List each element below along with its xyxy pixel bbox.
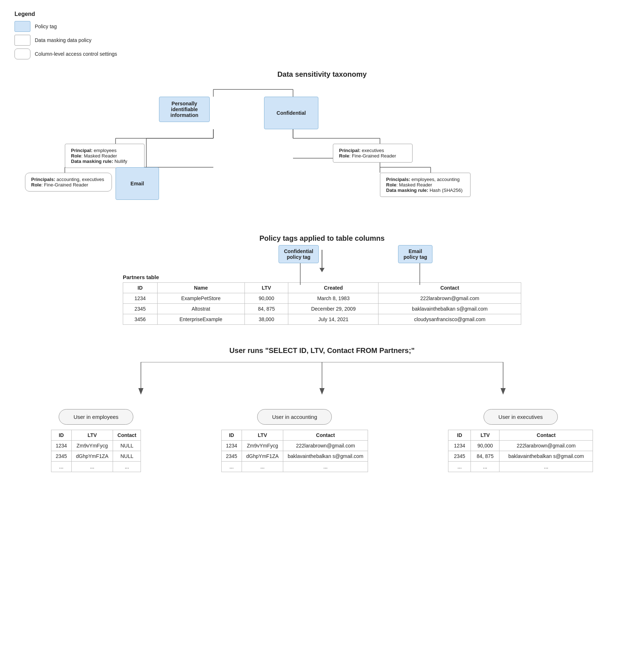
partners-table-header-row: ID Name LTV Created Contact <box>123 283 521 293</box>
user-cell-2-0-0: 1234 <box>448 441 471 451</box>
partners-cell-1-1: Altostrat <box>157 304 244 314</box>
hash-rule-value: Hash (SHA256) <box>430 188 463 193</box>
arrow-line-1 <box>322 250 322 268</box>
user-row-2-0: 123490,000222larabrown@gmail.com <box>448 441 593 451</box>
taxonomy-diagram: Principal: employees Role: Masked Reader… <box>18 86 626 223</box>
partners-cell-1-0: 2345 <box>123 304 158 314</box>
execs-role-value: Fine-Grained Reader <box>352 153 396 159</box>
user-cell-1-2-0: ... <box>221 462 242 472</box>
user-cell-1-0-2: 222larabrown@gmail.com <box>283 441 368 451</box>
query-title: User runs "SELECT ID, LTV, Contact FROM … <box>14 346 630 355</box>
exec-col-contact: Contact <box>499 430 593 441</box>
partners-cell-2-1: EnterpriseExample <box>157 314 244 325</box>
acc-col-ltv: LTV <box>242 430 283 441</box>
user-cell-2-2-1: ... <box>471 462 499 472</box>
legend-box-data-masking <box>14 35 30 46</box>
legend-title: Legend <box>14 11 630 17</box>
user-cell-2-2-2: ... <box>499 462 593 472</box>
user-cell-1-2-2: ... <box>283 462 368 472</box>
confidential-box-label: Confidential <box>277 110 306 116</box>
partners-table-label: Partners table <box>123 274 521 280</box>
hash-role-label: Role <box>386 182 396 188</box>
user-sections: User in employees ID LTV Contact 1234Zm9… <box>14 409 630 472</box>
user-row-1-1: 2345dGhpYmF1ZAbaklavainthebalkan s@gmail… <box>221 451 368 462</box>
exec-col-ltv: LTV <box>471 430 499 441</box>
employees-role-value: Masked Reader <box>84 153 117 159</box>
partners-table: ID Name LTV Created Contact 1234ExampleP… <box>123 282 521 325</box>
partners-cell-2-0: 3456 <box>123 314 158 325</box>
user-row-2-2: ......... <box>448 462 593 472</box>
employees-role-label: Role <box>71 153 81 159</box>
user-accounting-oval: User in accounting <box>257 409 332 425</box>
email-box-label: Email <box>130 181 144 186</box>
user-cell-2-1-1: 84, 875 <box>471 451 499 462</box>
execs-principal-label: Principal: <box>339 148 362 153</box>
user-employees-header-row: ID LTV Contact <box>51 430 141 441</box>
partners-cell-0-3: March 8, 1983 <box>288 293 379 304</box>
user-cell-1-0-1: Zm9vYmFycg <box>242 441 283 451</box>
legend-item-data-masking: Data masking data policy <box>14 35 630 46</box>
acc-col-contact: Contact <box>283 430 368 441</box>
partners-cell-0-2: 90,000 <box>244 293 288 304</box>
user-cell-0-1-2: NULL <box>113 451 141 462</box>
legend-label-data-masking: Data masking data policy <box>35 37 91 43</box>
user-executives-header-row: ID LTV Contact <box>448 430 593 441</box>
pii-label2: identifiable <box>165 106 204 112</box>
user-cell-0-1-1: dGhpYmF1ZA <box>71 451 113 462</box>
legend-label-col-access: Column-level access control settings <box>35 51 117 57</box>
user-cell-1-1-1: dGhpYmF1ZA <box>242 451 283 462</box>
user-cell-1-0-0: 1234 <box>221 441 242 451</box>
col-header-id: ID <box>123 283 158 293</box>
user-cell-0-2-0: ... <box>51 462 71 472</box>
partners-cell-1-4: baklavainthebalkan s@gmail.com <box>379 304 521 314</box>
user-employees-column: User in employees ID LTV Contact 1234Zm9… <box>51 409 141 472</box>
acct-role-label: Role <box>31 182 41 188</box>
legend-item-policy-tag: Policy tag <box>14 21 630 32</box>
user-executives-table: ID LTV Contact 123490,000222larabrown@gm… <box>448 430 593 472</box>
legend-section: Legend Policy tag Data masking data poli… <box>14 11 630 59</box>
employees-rule-value: Nullify <box>114 159 127 164</box>
user-accounting-column: User in accounting ID LTV Contact 1234Zm… <box>221 409 368 472</box>
hash-principals-value: employees, accounting <box>411 177 460 182</box>
exec-col-id: ID <box>448 430 471 441</box>
user-row-1-2: ......... <box>221 462 368 472</box>
user-cell-1-1-2: baklavainthebalkan s@gmail.com <box>283 451 368 462</box>
user-cell-0-2-2: ... <box>113 462 141 472</box>
legend-box-col-access <box>14 49 30 59</box>
user-cell-0-0-1: Zm9vYmFycg <box>71 441 113 451</box>
employees-policy-box: Principal: employees Role: Masked Reader… <box>65 144 145 168</box>
emp-col-id: ID <box>51 430 71 441</box>
user-employees-table: ID LTV Contact 1234Zm9vYmFycgNULL2345dGh… <box>51 430 141 472</box>
legend-items: Policy tag Data masking data policy Colu… <box>14 21 630 59</box>
hash-role-value: Masked Reader <box>399 182 432 188</box>
execs-principal-value: executives <box>362 148 384 153</box>
partners-cell-1-3: December 29, 2009 <box>288 304 379 314</box>
legend-box-policy-tag <box>14 21 30 32</box>
policy-applied-title: Policy tags applied to table columns <box>14 234 630 243</box>
employees-principal-label: Principal: <box>71 148 94 153</box>
user-row-0-0: 1234Zm9vYmFycgNULL <box>51 441 141 451</box>
user-cell-0-0-2: NULL <box>113 441 141 451</box>
col-header-created: Created <box>288 283 379 293</box>
partners-cell-2-2: 38,000 <box>244 314 288 325</box>
partners-row-1: 2345Altostrat84, 875December 29, 2009bak… <box>123 304 521 314</box>
partners-row-0: 1234ExamplePetStore90,000March 8, 198322… <box>123 293 521 304</box>
hash-principals-label: Principals: <box>386 177 411 182</box>
arrow-head-1 <box>319 268 325 272</box>
hash-rule-label: Data masking rule: <box>386 188 430 193</box>
user-cell-0-0-0: 1234 <box>51 441 71 451</box>
user-executives-column: User in executives ID LTV Contact 123490… <box>448 409 593 472</box>
user-row-0-1: 2345dGhpYmF1ZANULL <box>51 451 141 462</box>
employees-rule-label: Data masking rule: <box>71 159 114 164</box>
partners-cell-2-4: cloudysanfrancisco@gmail.com <box>379 314 521 325</box>
taxonomy-title: Data sensitivity taxonomy <box>14 70 630 79</box>
email-box: Email <box>116 167 159 200</box>
partners-cell-2-3: July 14, 2021 <box>288 314 379 325</box>
col-header-contact: Contact <box>379 283 521 293</box>
user-cell-2-0-1: 90,000 <box>471 441 499 451</box>
acct-role-value: Fine-Grained Reader <box>44 182 88 188</box>
confidential-tag-label: Confidentialpolicy tag <box>279 245 319 263</box>
user-row-2-1: 234584, 875baklavainthebalkan s@gmail.co… <box>448 451 593 462</box>
user-cell-0-2-1: ... <box>71 462 113 472</box>
col-header-name: Name <box>157 283 244 293</box>
